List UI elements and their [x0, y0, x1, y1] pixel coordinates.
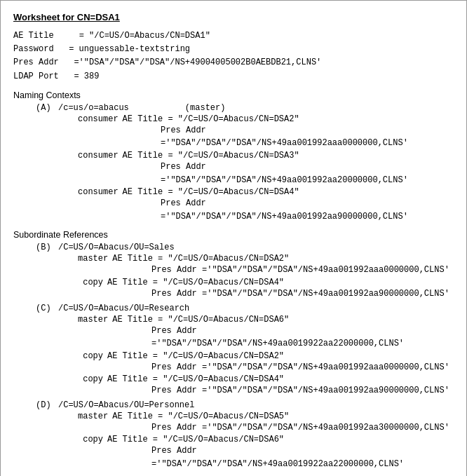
b-master-label: master [78, 254, 112, 264]
c-copy1-ae: AE Title = "/C=US/O=Abacus/CN=DSA2" [107, 351, 284, 361]
consumer-1-pres: Pres Addr ='"DSA"/"DSA"/"DSA"/NS+49aa001… [78, 124, 454, 150]
consumer-2-ae-row: consumer AE Title = "/C=US/O=Abacus/CN=D… [78, 151, 454, 161]
section-b-path: /C=US/O=Abacus/OU=Sales [58, 243, 175, 252]
c-master-label: master [78, 315, 112, 325]
c-copy2-label: copy [78, 374, 107, 384]
consumer-3-ae: AE Title = "/C=US/O=Abacus/CN=DSA4" [123, 187, 299, 197]
ldap-port-line: LDAP Port = 389 [13, 70, 454, 83]
c-master: master AE Title = "/C=US/O=Abacus/CN=DSA… [36, 315, 454, 351]
consumer-1-ae-row: consumer AE Title = "/C=US/O=Abacus/CN=D… [78, 114, 454, 124]
ae-title-label: AE Title [13, 31, 54, 41]
b-master-pres: Pres Addr ='"DSA"/"DSA"/"DSA"/NS+49aa001… [78, 264, 454, 277]
d-copy-label: copy [78, 435, 107, 444]
section-b-letter: (B) [36, 243, 58, 252]
d-master-ae-row: master AE Title = "/C=US/O=Abacus/CN=DSA… [78, 412, 454, 421]
section-d-path: /C=US/O=Abacus/OU=Personnel [58, 400, 194, 410]
consumer-3-label: consumer [78, 187, 123, 197]
d-copy-ae-row: copy AE Title = "/C=US/O=Abacus/CN=DSA6" [78, 435, 454, 444]
consumer-2-ae: AE Title = "/C=US/O=Abacus/CN=DSA3" [123, 151, 299, 161]
password-line: Password = unguessable-textstring [13, 43, 454, 56]
subordinate-b: (B) /C=US/O=Abacus/OU=Sales master AE Ti… [13, 243, 454, 300]
c-master-ae-row: master AE Title = "/C=US/O=Abacus/CN=DSA… [78, 315, 454, 325]
ae-title-value: = "/C=US/O=Abacus/CN=DSA1" [79, 31, 210, 41]
d-master-pres: Pres Addr ='"DSA"/"DSA"/"DSA"/NS+49aa001… [78, 421, 454, 435]
consumer-1: consumer AE Title = "/C=US/O=Abacus/CN=D… [36, 114, 454, 150]
c-copy2-pres: Pres Addr ='"DSA"/"DSA"/"DSA"/NS+49aa001… [78, 384, 454, 397]
consumer-2: consumer AE Title = "/C=US/O=Abacus/CN=D… [36, 151, 454, 186]
d-master-ae: AE Title = "/C=US/O=Abacus/CN=DSA5" [112, 412, 289, 421]
section-c-header: (C) /C=US/O=Abacus/OU=Research [36, 304, 454, 313]
d-copy-pres: Pres Addr ='"DSA"/"DSA"/"DSA"/NS+49aa001… [78, 444, 454, 470]
section-b-header: (B) /C=US/O=Abacus/OU=Sales [36, 243, 454, 252]
ae-title-line: AE Title = "/C=US/O=Abacus/CN=DSA1" [13, 29, 454, 43]
c-master-ae: AE Title = "/C=US/O=Abacus/CN=DSA6" [112, 315, 289, 325]
b-copy-ae: AE Title = "/C=US/O=Abacus/CN=DSA4" [107, 278, 284, 287]
section-d-letter: (D) [36, 400, 58, 410]
section-c-letter: (C) [36, 304, 58, 313]
subordinate-c: (C) /C=US/O=Abacus/OU=Research master AE… [13, 304, 454, 397]
section-d-header: (D) /C=US/O=Abacus/OU=Personnel [36, 400, 454, 410]
c-copy1: copy AE Title = "/C=US/O=Abacus/CN=DSA2"… [36, 351, 454, 374]
section-c-path: /C=US/O=Abacus/OU=Research [58, 304, 189, 313]
consumer-2-label: consumer [78, 151, 123, 161]
b-copy: copy AE Title = "/C=US/O=Abacus/CN=DSA4"… [36, 278, 454, 301]
naming-contexts-header: Naming Contexts [13, 90, 454, 100]
consumer-1-ae: AE Title = "/C=US/O=Abacus/CN=DSA2" [123, 114, 299, 124]
d-master: master AE Title = "/C=US/O=Abacus/CN=DSA… [36, 412, 454, 435]
d-master-label: master [78, 412, 112, 421]
consumer-3-ae-row: consumer AE Title = "/C=US/O=Abacus/CN=D… [78, 187, 454, 197]
c-copy1-pres: Pres Addr ='"DSA"/"DSA"/"DSA"/NS+49aa001… [78, 361, 454, 374]
c-copy2-ae-row: copy AE Title = "/C=US/O=Abacus/CN=DSA4" [78, 374, 454, 384]
b-master-ae: AE Title = "/C=US/O=Abacus/CN=DSA2" [112, 254, 289, 264]
c-master-pres: Pres Addr ='"DSA"/"DSA"/"DSA"/NS+49aa001… [78, 325, 454, 351]
b-copy-ae-row: copy AE Title = "/C=US/O=Abacus/CN=DSA4" [78, 278, 454, 287]
pres-addr-value: ='"DSA"/"DSA"/"DSA"/NS+49004005002B0AEBD… [74, 57, 321, 67]
consumer-3-pres: Pres Addr ='"DSA"/"DSA"/"DSA"/NS+49aa001… [78, 197, 454, 223]
pres-addr-line: Pres Addr ='"DSA"/"DSA"/"DSA"/NS+4900400… [13, 56, 454, 69]
b-copy-pres: Pres Addr ='"DSA"/"DSA"/"DSA"/NS+49aa001… [78, 287, 454, 301]
section-a-role: (master) [185, 103, 226, 113]
password-label: Password [13, 44, 54, 54]
worksheet-title: Worksheet for CN=DSA1 [13, 12, 454, 22]
c-copy1-label: copy [78, 351, 107, 361]
c-copy1-ae-row: copy AE Title = "/C=US/O=Abacus/CN=DSA2" [78, 351, 454, 361]
pres-addr-label: Pres Addr [13, 57, 59, 67]
password-value: = unguessable-textstring [69, 44, 190, 54]
naming-context-a: (A) /c=us/o=abacus (master) consumer AE … [13, 103, 454, 224]
subordinate-d: (D) /C=US/O=Abacus/OU=Personnel master A… [13, 400, 454, 471]
consumer-3: consumer AE Title = "/C=US/O=Abacus/CN=D… [36, 187, 454, 223]
d-copy: copy AE Title = "/C=US/O=Abacus/CN=DSA6"… [36, 435, 454, 470]
ldap-port-label: LDAP Port [13, 72, 59, 81]
info-block: AE Title = "/C=US/O=Abacus/CN=DSA1" Pass… [13, 29, 454, 83]
b-master: master AE Title = "/C=US/O=Abacus/CN=DSA… [36, 254, 454, 277]
d-copy-ae: AE Title = "/C=US/O=Abacus/CN=DSA6" [107, 435, 284, 444]
section-a-path: /c=us/o=abacus [58, 103, 129, 113]
worksheet-container: Worksheet for CN=DSA1 AE Title = "/C=US/… [0, 0, 467, 476]
b-master-ae-row: master AE Title = "/C=US/O=Abacus/CN=DSA… [78, 254, 454, 264]
consumer-1-label: consumer [78, 114, 123, 124]
b-copy-label: copy [78, 278, 107, 287]
ldap-port-value: = 389 [74, 72, 99, 81]
c-copy2-ae: AE Title = "/C=US/O=Abacus/CN=DSA4" [107, 374, 284, 384]
section-a-letter: (A) [36, 103, 58, 113]
c-copy2: copy AE Title = "/C=US/O=Abacus/CN=DSA4"… [36, 374, 454, 397]
consumer-2-pres: Pres Addr ='"DSA"/"DSA"/"DSA"/NS+49aa001… [78, 161, 454, 186]
subordinate-header: Subordinate References [13, 230, 454, 240]
